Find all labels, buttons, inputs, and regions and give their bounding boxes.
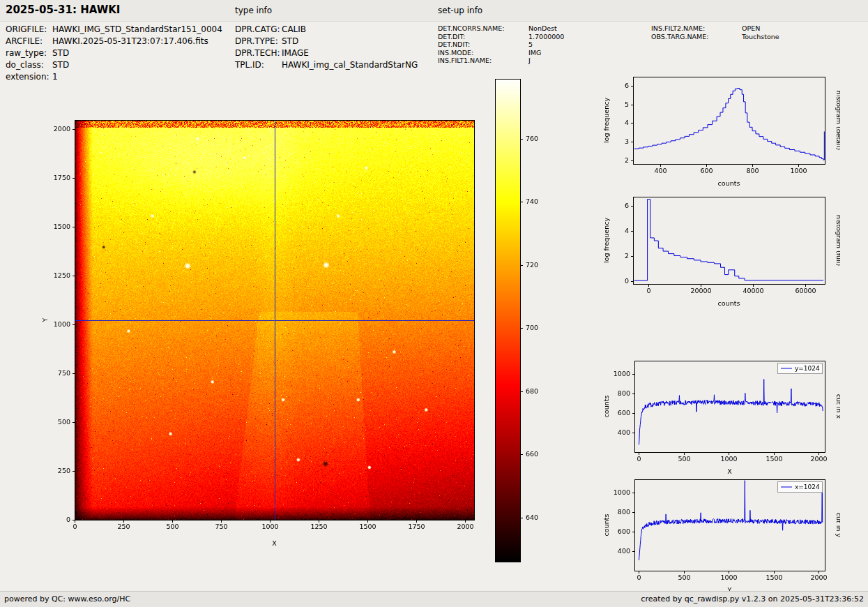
field-value: HAWKI.2025-05-31T23:07:17.406.fits (52, 36, 208, 47)
type-info-row: DPR.CATG: CALIB (235, 24, 418, 36)
field-value: STD (52, 47, 69, 59)
powered-by-prefix: powered by QC: (4, 594, 68, 604)
field-label: raw_type: (6, 47, 52, 59)
setup-info-row: INS.FILT1.NAME: J (438, 57, 564, 65)
field-value: CALIB (282, 24, 306, 36)
type-info-row: DPR.TECH: IMAGE (235, 47, 418, 59)
file-info-block: ORIGFILE: HAWKI_IMG_STD_StandardStar151_… (6, 24, 222, 83)
created-by-text: created by qc_rawdisp.py v1.2.3 on 2025-… (641, 594, 864, 604)
setup-info-row: DET.DIT: 1.7000000 (438, 33, 564, 41)
field-value: 1 (52, 71, 58, 83)
field-value: Touchstone (742, 33, 779, 41)
qc-home-link[interactable]: www.eso.org/HC (68, 594, 131, 604)
field-value: STD (282, 36, 298, 47)
header-bar: 2025-05-31: HAWKI type info set-up info (0, 0, 868, 22)
colorbar (492, 74, 551, 569)
field-label: ORIGFILE: (6, 24, 52, 36)
qc-report-page: 2025-05-31: HAWKI type info set-up info … (0, 0, 868, 607)
setup-info-block-1: DET.NCORRS.NAME: NonDest DET.DIT: 1.7000… (438, 24, 564, 65)
field-label: DPR.TECH: (235, 47, 282, 59)
type-info-block: DPR.CATG: CALIB DPR.TYPE: STD DPR.TECH: … (235, 24, 418, 71)
field-value: OPEN (742, 24, 760, 33)
setup-info-block-2: INS.FILT2.NAME: OPEN OBS.TARG.NAME: Touc… (651, 24, 779, 40)
field-label: INS.MODE: (438, 49, 528, 57)
field-value: IMAGE (282, 47, 309, 59)
field-value: J (528, 57, 531, 65)
setup-info-row: DET.NCORRS.NAME: NonDest (438, 24, 564, 33)
field-value: 5 (528, 40, 533, 49)
setup-info-row: INS.MODE: IMG (438, 49, 564, 57)
file-info-row: ORIGFILE: HAWKI_IMG_STD_StandardStar151_… (6, 24, 222, 36)
raw-image-plot (38, 105, 498, 569)
footer-bar: powered by QC: www.eso.org/HC created by… (0, 591, 868, 607)
setup-info-row: OBS.TARG.NAME: Touchstone (651, 33, 779, 41)
field-label: INS.FILT1.NAME: (438, 57, 528, 65)
powered-by-text: powered by QC: www.eso.org/HC (4, 594, 130, 604)
field-label: extension: (6, 71, 52, 83)
file-info-row: do_class: STD (6, 59, 222, 71)
field-label: TPL.ID: (235, 59, 282, 71)
setup-info-heading: set-up info (438, 6, 482, 15)
field-value: HAWKI_img_cal_StandardStarNG (282, 59, 418, 71)
field-label: do_class: (6, 59, 52, 71)
file-info-row: raw_type: STD (6, 47, 222, 59)
field-label: OBS.TARG.NAME: (651, 33, 742, 41)
field-value: HAWKI_IMG_STD_StandardStar151_0004 (52, 24, 222, 36)
cut-in-x-plot (600, 352, 840, 485)
field-label: DET.NCORRS.NAME: (438, 24, 528, 33)
field-value: IMG (528, 49, 541, 57)
setup-info-row: INS.FILT2.NAME: OPEN (651, 24, 779, 33)
field-label: DET.DIT: (438, 33, 528, 41)
cut-in-y-plot (600, 471, 840, 604)
histogram-full-plot (600, 188, 840, 317)
field-label: DET.NDIT: (438, 40, 528, 49)
file-info-row: ARCFILE: HAWKI.2025-05-31T23:07:17.406.f… (6, 36, 222, 47)
field-label: DPR.TYPE: (235, 36, 282, 47)
type-info-heading: type info (235, 6, 272, 15)
field-value: STD (52, 59, 69, 71)
field-label: INS.FILT2.NAME: (651, 24, 742, 33)
field-value: NonDest (528, 24, 557, 33)
page-title: 2025-05-31: HAWKI (6, 3, 120, 16)
field-value: 1.7000000 (528, 33, 564, 41)
type-info-row: DPR.TYPE: STD (235, 36, 418, 47)
histogram-detail-plot (600, 68, 840, 197)
file-info-row: extension: 1 (6, 71, 222, 83)
type-info-row: TPL.ID: HAWKI_img_cal_StandardStarNG (235, 59, 418, 71)
setup-info-row: DET.NDIT: 5 (438, 40, 564, 49)
field-label: DPR.CATG: (235, 24, 282, 36)
field-label: ARCFILE: (6, 36, 52, 47)
